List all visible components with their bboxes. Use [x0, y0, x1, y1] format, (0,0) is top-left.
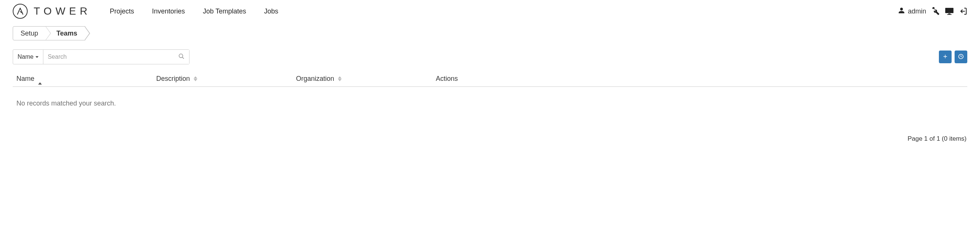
plus-icon: [942, 53, 948, 61]
breadcrumb: Setup Teams: [13, 26, 967, 40]
column-description-label: Description: [156, 75, 190, 83]
search-filter-dropdown[interactable]: Name: [13, 50, 43, 64]
caret-down-icon: [35, 56, 38, 58]
column-actions: Actions: [436, 75, 967, 83]
column-organization[interactable]: Organization: [296, 75, 436, 83]
search-input[interactable]: [43, 50, 189, 64]
nav-inventories[interactable]: Inventories: [152, 8, 185, 15]
brand-name: TOWER: [33, 5, 91, 17]
sort-icon: [338, 76, 342, 81]
logout-icon[interactable]: [959, 7, 967, 15]
sort-icon: [194, 76, 197, 81]
user-icon: [898, 7, 905, 16]
search-filter-label: Name: [18, 53, 33, 60]
column-description[interactable]: Description: [156, 75, 296, 83]
nav-job-templates[interactable]: Job Templates: [203, 8, 246, 15]
column-actions-label: Actions: [436, 75, 458, 83]
search-group: Name: [13, 50, 189, 64]
column-name-label: Name: [16, 75, 34, 83]
setup-icon[interactable]: [931, 7, 940, 15]
nav-jobs[interactable]: Jobs: [264, 8, 278, 15]
table-header: Name Description Organization Actions: [13, 75, 967, 87]
user-name: admin: [908, 8, 926, 15]
column-name[interactable]: Name: [16, 75, 156, 83]
breadcrumb-teams-label: Teams: [56, 30, 77, 37]
pagination-info: Page 1 of 1 (0 items): [13, 135, 967, 142]
svg-rect-2: [947, 14, 951, 15]
breadcrumb-setup-label: Setup: [21, 30, 38, 37]
brand-logo-icon: [13, 4, 28, 19]
column-organization-label: Organization: [296, 75, 334, 83]
current-user[interactable]: admin: [898, 7, 926, 16]
clock-icon: [958, 53, 964, 61]
add-button[interactable]: [939, 51, 951, 63]
svg-line-4: [182, 57, 183, 59]
svg-rect-0: [945, 8, 953, 13]
empty-message: No records matched your search.: [13, 87, 967, 120]
portal-icon[interactable]: [945, 8, 954, 15]
brand[interactable]: TOWER: [13, 4, 91, 19]
activity-stream-button[interactable]: [955, 51, 967, 63]
sort-asc-icon: [38, 75, 42, 83]
search-icon[interactable]: [178, 53, 185, 61]
nav-projects[interactable]: Projects: [110, 8, 134, 15]
svg-rect-1: [948, 13, 950, 14]
breadcrumb-teams[interactable]: Teams: [46, 26, 85, 40]
breadcrumb-setup[interactable]: Setup: [13, 26, 46, 40]
svg-point-3: [179, 54, 183, 58]
